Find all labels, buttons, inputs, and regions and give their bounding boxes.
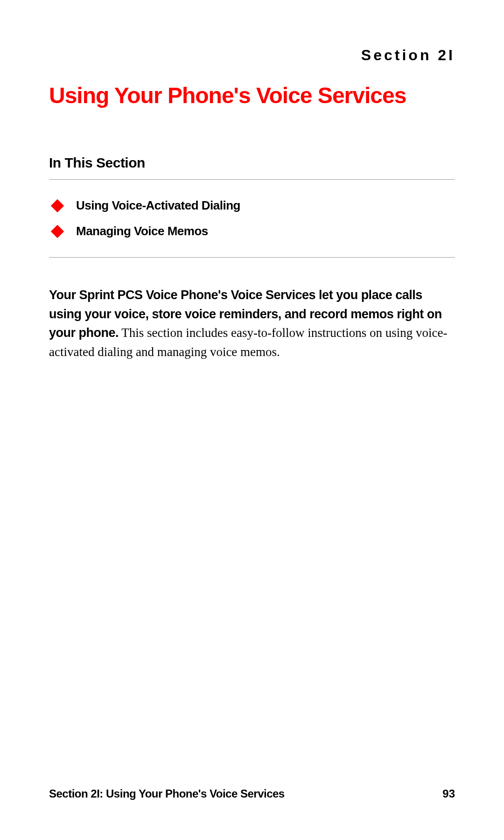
body-paragraph: Your Sprint PCS Voice Phone's Voice Serv… [49, 286, 455, 361]
divider-bottom [49, 257, 455, 258]
section-label: Section 2I [49, 47, 455, 64]
list-item: Using Voice-Activated Dialing [49, 193, 455, 218]
diamond-icon [51, 199, 64, 212]
footer-section-label: Section 2I: Using Your Phone's Voice Ser… [49, 787, 285, 800]
subsection-heading: In This Section [49, 155, 455, 171]
toc-list: Using Voice-Activated Dialing Managing V… [49, 180, 455, 257]
page-footer: Section 2I: Using Your Phone's Voice Ser… [49, 787, 455, 800]
page-title: Using Your Phone's Voice Services [49, 83, 455, 108]
diamond-icon [51, 224, 64, 238]
list-item-label: Managing Voice Memos [76, 224, 208, 238]
page-number: 93 [442, 787, 455, 800]
list-item: Managing Voice Memos [49, 218, 455, 244]
list-item-label: Using Voice-Activated Dialing [76, 198, 240, 213]
document-page: Section 2I Using Your Phone's Voice Serv… [0, 0, 504, 840]
